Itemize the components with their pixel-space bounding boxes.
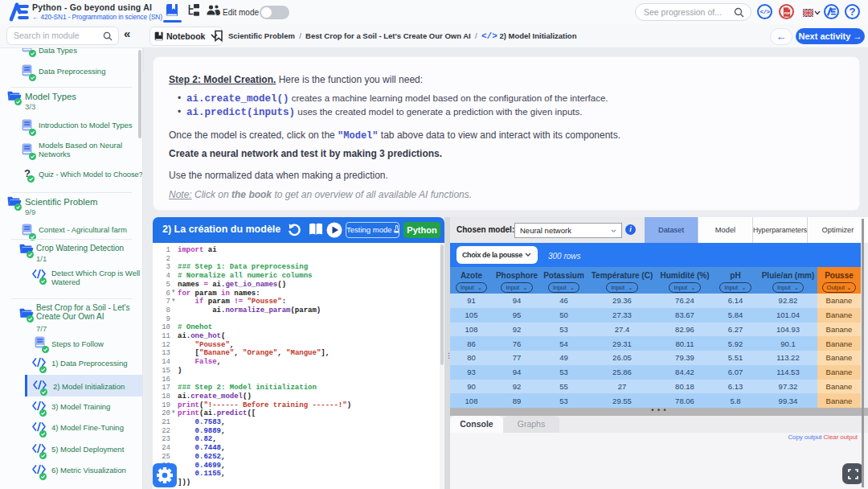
svg-text:PDF: PDF: [784, 12, 790, 15]
